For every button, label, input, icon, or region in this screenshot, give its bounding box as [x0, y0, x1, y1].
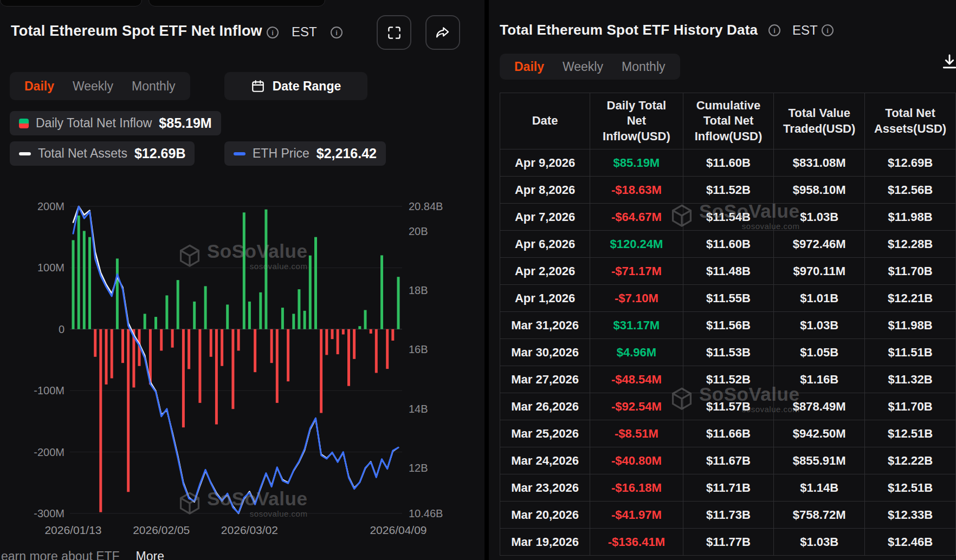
info-icon[interactable]	[331, 27, 343, 38]
info-icon[interactable]	[822, 24, 834, 36]
table-cell: $12.51B	[865, 474, 956, 502]
table-cell: $11.52B	[683, 177, 774, 204]
inflow-bar	[353, 329, 356, 359]
bar-series-icon	[19, 119, 29, 128]
table-cell: $4.96M	[590, 339, 683, 366]
net-inflow-combo-chart[interactable]: 200M100M0-100M-200M-300M20.84B20B18B16B1…	[0, 191, 485, 548]
table-cell: $12.28B	[865, 231, 956, 258]
legend-value: $12.69B	[134, 146, 186, 161]
table-cell: $1.01B	[774, 285, 865, 312]
table-cell: Apr 8,2026	[500, 177, 590, 204]
download-button[interactable]	[941, 53, 956, 72]
inflow-bar	[386, 329, 389, 369]
inflow-bar	[193, 302, 196, 329]
left-axis-tick: -100M	[34, 385, 64, 396]
inflow-bar	[144, 314, 146, 329]
share-button[interactable]	[425, 15, 460, 50]
inflow-bar	[248, 302, 251, 329]
x-axis-tick: 2026/03/02	[221, 524, 278, 536]
inflow-bar	[292, 314, 295, 329]
footer-more-link[interactable]: More	[136, 549, 164, 560]
table-cell: Mar 30,2026	[500, 339, 590, 366]
inflow-bar	[314, 237, 317, 329]
inflow-bar	[397, 277, 400, 329]
inflow-bar	[198, 329, 201, 403]
table-row: Mar 27,2026-$48.54M$11.52B$1.16B$11.32B	[500, 366, 956, 393]
inflow-bar	[342, 329, 345, 335]
date-range-label: Date Range	[273, 79, 341, 94]
table-row: Apr 7,2026-$64.67M$11.54B$1.03B$11.98B	[500, 204, 956, 231]
inflow-bar	[83, 231, 86, 329]
tab-daily[interactable]: Daily	[15, 79, 63, 94]
table-cell: $12.33B	[865, 502, 956, 529]
info-icon[interactable]	[768, 24, 780, 36]
table-row: Mar 23,2026-$16.18M$11.71B$1.14B$12.51B	[500, 474, 956, 502]
table-cell: $958.10M	[774, 177, 865, 204]
tab-monthly[interactable]: Monthly	[612, 60, 675, 74]
table-cell: $11.70B	[865, 393, 956, 420]
table-cell: $11.54B	[683, 204, 774, 231]
inflow-bar	[254, 329, 256, 372]
table-cell: $11.60B	[683, 149, 774, 177]
table-cell: Apr 7,2026	[500, 204, 590, 231]
table-cell: -$41.97M	[590, 502, 683, 529]
table-cell: Mar 26,2026	[500, 393, 590, 420]
table-cell: -$71.17M	[590, 258, 683, 285]
table-cell: $11.73B	[683, 502, 774, 529]
footer-text: earn more about ETF	[1, 549, 120, 560]
tab-daily[interactable]: Daily	[505, 60, 553, 74]
inflow-bar	[77, 216, 80, 329]
inflow-bar	[226, 304, 229, 329]
fullscreen-button[interactable]	[377, 15, 411, 50]
inflow-bar	[309, 256, 312, 329]
table-cell: $970.11M	[774, 258, 865, 285]
legend-eth-price[interactable]: ETH Price $2,216.42	[224, 141, 386, 166]
tab-monthly[interactable]: Monthly	[122, 79, 185, 94]
legend-total-net-assets[interactable]: Total Net Assets $12.69B	[10, 141, 195, 166]
table-cell: $11.48B	[683, 258, 774, 285]
top-cropped-tab[interactable]	[0, 0, 142, 6]
table-cell: $878.49M	[774, 393, 865, 420]
table-cell: Apr 6,2026	[500, 231, 590, 258]
date-range-button[interactable]: Date Range	[224, 72, 367, 100]
inflow-bar	[364, 310, 367, 329]
page-title: Total Ethereum Spot ETF Net Inflow	[11, 23, 262, 40]
table-cell: $11.70B	[865, 258, 956, 285]
inflow-bar	[160, 329, 163, 351]
table-cell: $1.16B	[774, 366, 865, 393]
table-cell: $120.24M	[590, 231, 683, 258]
info-icon[interactable]	[267, 27, 279, 38]
table-cell: $1.03B	[774, 204, 865, 231]
left-axis-tick: 0	[59, 323, 64, 335]
top-cropped-tab[interactable]	[148, 0, 325, 6]
x-axis-tick: 2026/04/09	[370, 524, 427, 536]
inflow-bar	[94, 329, 96, 357]
table-cell: $11.53B	[683, 339, 774, 366]
x-axis-tick: 2026/02/05	[133, 524, 190, 536]
history-data-panel: Total Ethereum Spot ETF History Data EST…	[489, 0, 956, 560]
table-cell: $1.14B	[774, 474, 865, 502]
left-axis-tick: 200M	[37, 200, 64, 212]
period-tabs: Daily Weekly Monthly	[10, 72, 190, 100]
inflow-bar	[72, 240, 75, 329]
inflow-bar	[204, 286, 207, 329]
table-cell: $11.71B	[683, 474, 774, 502]
table-cell: $1.03B	[774, 529, 865, 556]
table-cell: Mar 27,2026	[500, 366, 590, 393]
table-cell: $855.91M	[774, 447, 865, 474]
table-row: Mar 20,2026-$41.97M$11.73B$758.72M$12.33…	[500, 502, 956, 529]
table-cell: Mar 31,2026	[500, 312, 590, 339]
inflow-bar	[358, 326, 361, 329]
inflow-bar	[347, 329, 350, 386]
table-cell: $972.46M	[774, 231, 865, 258]
legend-daily-net-inflow[interactable]: Daily Total Net Inflow $85.19M	[10, 111, 221, 135]
table-row: Apr 9,2026$85.19M$11.60B$831.08M$12.69B	[500, 149, 956, 177]
tab-weekly[interactable]: Weekly	[553, 60, 612, 74]
share-icon	[435, 25, 450, 40]
table-cell: -$64.67M	[590, 204, 683, 231]
table-cell: Apr 1,2026	[500, 285, 590, 312]
col-daily-net-inflow: Daily Total Net Inflow(USD)	[590, 93, 683, 149]
inflow-bar	[370, 329, 372, 334]
right-axis-tick: 10.46B	[409, 507, 443, 519]
tab-weekly[interactable]: Weekly	[63, 79, 122, 94]
